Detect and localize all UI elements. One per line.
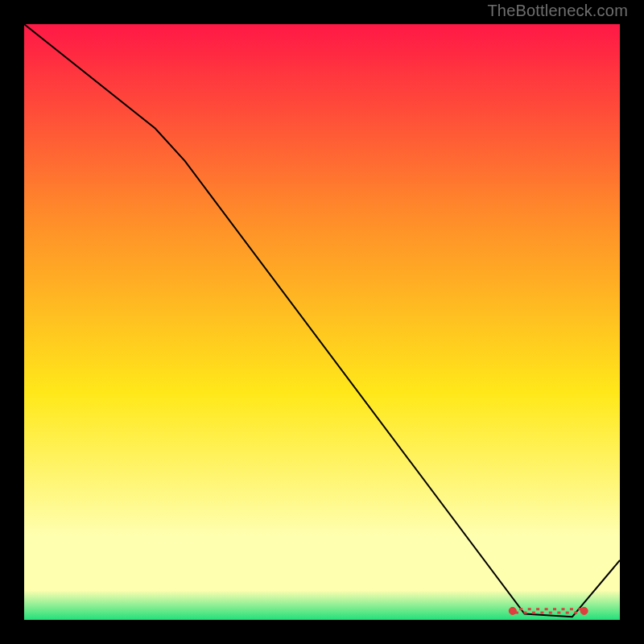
marker-dot-small (562, 608, 565, 610)
marker-dot-small (578, 608, 581, 610)
chart-frame: TheBottleneck.com (0, 0, 644, 644)
attribution-text: TheBottleneck.com (487, 2, 628, 20)
marker-dot-small (511, 608, 514, 610)
marker-dot-small (519, 608, 522, 610)
marker-dot-small (532, 612, 535, 614)
marker-dot-small (515, 612, 518, 614)
plot-area (24, 24, 620, 620)
marker-dot-small (583, 612, 586, 614)
marker-dot-small (524, 612, 527, 614)
marker-dot-small (540, 612, 543, 614)
marker-dot-small (574, 612, 577, 614)
gradient-bg (24, 24, 620, 620)
marker-dot-small (528, 608, 531, 610)
chart-svg (24, 24, 620, 620)
marker-dot-small (570, 608, 573, 610)
marker-dot-small (549, 612, 552, 614)
marker-dot-small (536, 608, 539, 610)
marker-dot-small (566, 612, 569, 614)
marker-dot-small (557, 612, 560, 614)
marker-dot-small (545, 608, 548, 610)
marker-dot-small (553, 608, 556, 610)
